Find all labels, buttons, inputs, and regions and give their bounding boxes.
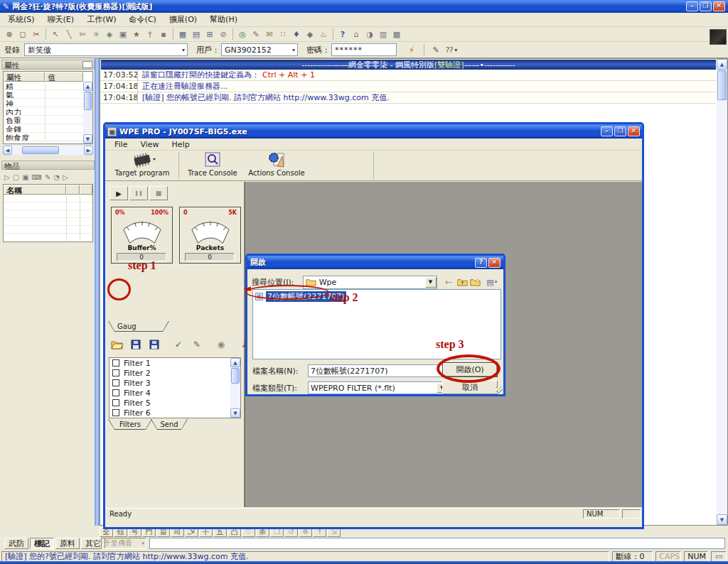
- filter-row[interactable]: Filter 4: [109, 388, 240, 398]
- toolbar-icon[interactable]: ╲: [63, 28, 75, 40]
- chevron-down-icon[interactable]: ▾: [292, 47, 297, 53]
- dialog-close-button[interactable]: ✕: [488, 258, 500, 268]
- scroll-down-icon[interactable]: ▼: [717, 514, 727, 525]
- save-filter-button[interactable]: [127, 337, 144, 352]
- table-row[interactable]: 精: [4, 82, 92, 90]
- tab-weapons[interactable]: 武防: [4, 538, 28, 549]
- checkbox[interactable]: [112, 369, 119, 376]
- chat-input[interactable]: [149, 538, 725, 549]
- scroll-thumb[interactable]: [717, 70, 727, 100]
- chevron-down-icon[interactable]: ▼: [425, 277, 437, 288]
- toolbar-icon[interactable]: ▦: [176, 28, 189, 40]
- toolbar-icon[interactable]: ◈: [103, 28, 116, 40]
- toolbar-icon[interactable]: ∷: [277, 28, 289, 40]
- items-icon[interactable]: ▣: [22, 173, 28, 181]
- items-icon[interactable]: ◔: [53, 173, 60, 181]
- scroll-up-icon[interactable]: ▲: [83, 82, 92, 91]
- close-button[interactable]: ✕: [713, 1, 725, 11]
- toolbar-icon[interactable]: ◻: [16, 28, 29, 40]
- scroll-thumb[interactable]: [22, 146, 59, 154]
- resize-grip[interactable]: [496, 386, 503, 394]
- query-icon[interactable]: ⁇ ▾: [446, 43, 457, 57]
- items-col-name[interactable]: 名稱: [4, 185, 66, 195]
- toolbar-icon[interactable]: ✎: [250, 28, 262, 40]
- actions-console-button[interactable]: Actions Console: [244, 151, 309, 180]
- toolbar-icon[interactable]: ▩: [390, 28, 403, 40]
- props-col-value[interactable]: 值: [45, 72, 83, 82]
- back-icon[interactable]: ←: [443, 276, 455, 288]
- items-icon[interactable]: ▢: [13, 173, 19, 181]
- checkbox[interactable]: [112, 379, 119, 386]
- toolbar-icon[interactable]: ⊘: [217, 28, 230, 40]
- play-button[interactable]: ▶: [109, 186, 128, 200]
- toolbar-icon[interactable]: ✄: [76, 28, 89, 40]
- toolbar-icon[interactable]: ↖: [49, 28, 62, 40]
- toolbar-icon[interactable]: ◎: [236, 28, 249, 40]
- dialog-help-button[interactable]: ?: [475, 258, 487, 268]
- user-combobox[interactable]: GN3902152 ▾: [221, 43, 298, 56]
- items-col-extra[interactable]: [80, 185, 92, 195]
- scroll-down-icon[interactable]: ▼: [83, 134, 92, 143]
- toolbar-icon[interactable]: ✂: [30, 28, 43, 40]
- wpe-maximize-button[interactable]: ❐: [614, 126, 626, 136]
- wpe-menu-help[interactable]: Help: [166, 139, 196, 151]
- trace-console-button[interactable]: Trace Console: [181, 151, 244, 180]
- items-icon[interactable]: ▷: [63, 173, 68, 181]
- wpe-menu-file[interactable]: File: [108, 139, 134, 151]
- checkbox[interactable]: [112, 409, 119, 416]
- items-icon[interactable]: ⌨: [32, 173, 42, 181]
- table-row[interactable]: 內力: [4, 107, 92, 116]
- filter-row[interactable]: Filter 3: [109, 378, 240, 388]
- look-in-combobox[interactable]: Wpe ▼: [303, 276, 437, 289]
- tab-send[interactable]: Send: [151, 419, 188, 430]
- connect-icon[interactable]: ⚡: [404, 43, 419, 57]
- help-icon[interactable]: ?: [336, 28, 349, 40]
- scroll-thumb[interactable]: [84, 92, 92, 110]
- props-vscrollbar[interactable]: ▲ ▼: [83, 82, 92, 143]
- toolbar-icon[interactable]: ◆: [304, 28, 316, 40]
- toolbar-icon[interactable]: ⌂: [350, 28, 363, 40]
- server-combobox[interactable]: 新笑傲 ▾: [24, 43, 188, 56]
- open-filter-button[interactable]: [109, 337, 126, 352]
- new-folder-icon[interactable]: [470, 276, 482, 288]
- open-button[interactable]: 開啟(O): [442, 362, 498, 377]
- toolbar-icon[interactable]: ✉: [263, 28, 276, 40]
- wpe-minimize-button[interactable]: –: [601, 126, 613, 136]
- toolbar-icon[interactable]: ⊗: [3, 28, 16, 40]
- view-menu-icon[interactable]: ▤▾: [483, 276, 500, 288]
- chevron-down-icon[interactable]: ▾: [182, 47, 187, 53]
- chevron-down-icon[interactable]: ▾: [141, 541, 146, 546]
- tab-marks[interactable]: 標記: [30, 538, 54, 549]
- panel-pin-button[interactable]: [82, 61, 92, 68]
- scroll-up-icon[interactable]: ▲: [717, 59, 727, 70]
- toolbar-icon[interactable]: ◑: [363, 28, 376, 40]
- checkbox[interactable]: [112, 399, 119, 406]
- menu-system[interactable]: 系統(S): [1, 13, 41, 26]
- scroll-left-icon[interactable]: ◀: [3, 146, 12, 155]
- table-row[interactable]: 飽食度: [4, 133, 92, 141]
- items-icon[interactable]: ✎: [45, 173, 50, 181]
- menu-work[interactable]: 工作(W): [80, 13, 122, 26]
- stop-button[interactable]: ■: [149, 186, 168, 200]
- wpe-close-button[interactable]: ✕: [628, 126, 640, 136]
- save-all-button[interactable]: [146, 337, 163, 352]
- cancel-button[interactable]: 取消: [442, 380, 498, 394]
- toolbar-icon[interactable]: ✳: [90, 28, 102, 40]
- props-col-name[interactable]: 屬性: [4, 72, 45, 82]
- password-field[interactable]: ******: [331, 43, 397, 56]
- toolbar-icon[interactable]: †: [144, 28, 156, 40]
- toolbar-icon[interactable]: ★: [130, 28, 143, 40]
- items-icon[interactable]: ▷: [4, 173, 10, 181]
- file-type-combobox[interactable]: WPEPRO FILTER (*.flt) ▼: [308, 381, 449, 394]
- table-row[interactable]: 負重: [4, 116, 92, 124]
- checkbox[interactable]: [112, 389, 119, 396]
- filter-row[interactable]: Filter 2: [109, 368, 240, 378]
- items-col-extra[interactable]: [66, 185, 80, 195]
- pause-button[interactable]: ❚❚: [129, 186, 148, 200]
- note-icon[interactable]: ✎: [429, 43, 443, 57]
- toolbar-icon[interactable]: ⊞: [203, 28, 216, 40]
- table-row[interactable]: 氣: [4, 90, 92, 99]
- table-row[interactable]: 金錢: [4, 124, 92, 133]
- menu-chat[interactable]: 聊天(E): [41, 13, 81, 26]
- apply-edit-button[interactable]: ✓: [170, 337, 187, 352]
